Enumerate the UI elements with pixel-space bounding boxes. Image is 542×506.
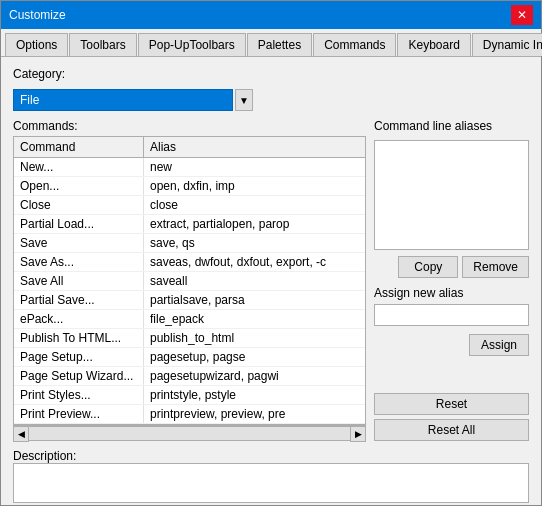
table-row[interactable]: Savesave, qs bbox=[14, 234, 365, 253]
alias-cell: close bbox=[144, 196, 365, 214]
scrollbar-track[interactable] bbox=[29, 426, 350, 441]
alias-cell: pagesetup, pagse bbox=[144, 348, 365, 366]
assign-new-alias-label: Assign new alias bbox=[374, 286, 529, 300]
table-row[interactable]: Save Allsaveall bbox=[14, 272, 365, 291]
command-cell: Publish To HTML... bbox=[14, 329, 144, 347]
main-content: Category: File ▼ Commands: Command Alias bbox=[1, 57, 541, 506]
reset-all-button[interactable]: Reset All bbox=[374, 419, 529, 441]
assign-btn-row: Assign bbox=[374, 334, 529, 356]
table-row[interactable]: New...new bbox=[14, 158, 365, 177]
table-row[interactable]: Partial Load...extract, partialopen, par… bbox=[14, 215, 365, 234]
tab-popuptoolbars[interactable]: Pop-UpToolbars bbox=[138, 33, 246, 56]
scroll-left-button[interactable]: ◀ bbox=[13, 426, 29, 442]
command-cell: Page Setup Wizard... bbox=[14, 367, 144, 385]
dropdown-arrow-icon[interactable]: ▼ bbox=[235, 89, 253, 111]
tab-palettes[interactable]: Palettes bbox=[247, 33, 312, 56]
table-row[interactable]: Print Styles...printstyle, pstyle bbox=[14, 386, 365, 405]
alias-cell: printpreview, preview, pre bbox=[144, 405, 365, 423]
command-cell: Save As... bbox=[14, 253, 144, 271]
right-panel: Command line aliases Copy Remove Assign … bbox=[374, 119, 529, 441]
command-cell: Open... bbox=[14, 177, 144, 195]
command-cell: Save bbox=[14, 234, 144, 252]
alias-cell: saveall bbox=[144, 272, 365, 290]
copy-button[interactable]: Copy bbox=[398, 256, 458, 278]
customize-dialog: Customize ✕ Options Toolbars Pop-UpToolb… bbox=[0, 0, 542, 506]
category-label: Category: bbox=[13, 67, 65, 81]
table-row[interactable]: Save As...saveas, dwfout, dxfout, export… bbox=[14, 253, 365, 272]
window-title: Customize bbox=[9, 8, 66, 22]
alias-cell: extract, partialopen, parop bbox=[144, 215, 365, 233]
column-header-command: Command bbox=[14, 137, 144, 157]
alias-cell: printstyle, pstyle bbox=[144, 386, 365, 404]
table-row[interactable]: ePack...file_epack bbox=[14, 310, 365, 329]
alias-cell: file_epack bbox=[144, 310, 365, 328]
tab-bar: Options Toolbars Pop-UpToolbars Palettes… bbox=[1, 29, 541, 57]
tab-dynamic-input[interactable]: Dynamic Input bbox=[472, 33, 542, 56]
command-cell: Partial Load... bbox=[14, 215, 144, 233]
table-row[interactable]: Publish To HTML...publish_to_html bbox=[14, 329, 365, 348]
command-cell: ePack... bbox=[14, 310, 144, 328]
horizontal-scrollbar[interactable]: ◀ ▶ bbox=[13, 425, 366, 441]
alias-cell: publish_to_html bbox=[144, 329, 365, 347]
alias-cell: saveas, dwfout, dxfout, export, -c bbox=[144, 253, 365, 271]
tab-options[interactable]: Options bbox=[5, 33, 68, 56]
description-box bbox=[13, 463, 529, 503]
cmd-aliases-label: Command line aliases bbox=[374, 119, 529, 133]
description-label: Description: bbox=[13, 449, 76, 463]
commands-table: Command Alias New...newOpen...open, dxfi… bbox=[13, 136, 366, 425]
table-row[interactable]: Open...open, dxfin, imp bbox=[14, 177, 365, 196]
tab-commands[interactable]: Commands bbox=[313, 33, 396, 56]
close-window-button[interactable]: ✕ bbox=[511, 5, 533, 25]
category-select[interactable]: File bbox=[13, 89, 233, 111]
table-row[interactable]: Page Setup Wizard...pagesetupwizard, pag… bbox=[14, 367, 365, 386]
table-row[interactable]: Closeclose bbox=[14, 196, 365, 215]
category-select-row: File ▼ bbox=[13, 89, 529, 111]
command-cell: Page Setup... bbox=[14, 348, 144, 366]
command-cell: Partial Save... bbox=[14, 291, 144, 309]
remove-button[interactable]: Remove bbox=[462, 256, 529, 278]
main-split-area: Commands: Command Alias New...newOpen...… bbox=[13, 119, 529, 441]
cmd-aliases-box bbox=[374, 140, 529, 250]
alias-cell: open, dxfin, imp bbox=[144, 177, 365, 195]
alias-cell: save, qs bbox=[144, 234, 365, 252]
alias-cell: pagesetupwizard, pagwi bbox=[144, 367, 365, 385]
table-row[interactable]: Print Preview...printpreview, preview, p… bbox=[14, 405, 365, 424]
tab-keyboard[interactable]: Keyboard bbox=[397, 33, 470, 56]
scroll-right-button[interactable]: ▶ bbox=[350, 426, 366, 442]
assign-input[interactable] bbox=[374, 304, 529, 326]
command-cell: Save All bbox=[14, 272, 144, 290]
column-header-alias: Alias bbox=[144, 137, 365, 157]
left-panel: Commands: Command Alias New...newOpen...… bbox=[13, 119, 366, 441]
table-row[interactable]: Page Setup...pagesetup, pagse bbox=[14, 348, 365, 367]
assign-button[interactable]: Assign bbox=[469, 334, 529, 356]
reset-button[interactable]: Reset bbox=[374, 393, 529, 415]
alias-cell: new bbox=[144, 158, 365, 176]
tab-toolbars[interactable]: Toolbars bbox=[69, 33, 136, 56]
table-row[interactable]: Partial Save...partialsave, parsa bbox=[14, 291, 365, 310]
table-body[interactable]: New...newOpen...open, dxfin, impCloseclo… bbox=[14, 158, 365, 424]
reset-btn-row: Reset Reset All bbox=[374, 393, 529, 441]
command-cell: Print Styles... bbox=[14, 386, 144, 404]
category-dropdown: File ▼ bbox=[13, 89, 253, 111]
copy-remove-buttons: Copy Remove bbox=[374, 256, 529, 278]
title-bar: Customize ✕ bbox=[1, 1, 541, 29]
description-section: Description: bbox=[13, 449, 529, 503]
category-row: Category: bbox=[13, 67, 529, 81]
command-cell: Close bbox=[14, 196, 144, 214]
alias-cell: partialsave, parsa bbox=[144, 291, 365, 309]
table-header: Command Alias bbox=[14, 137, 365, 158]
command-cell: New... bbox=[14, 158, 144, 176]
command-cell: Print Preview... bbox=[14, 405, 144, 423]
commands-label: Commands: bbox=[13, 119, 366, 133]
